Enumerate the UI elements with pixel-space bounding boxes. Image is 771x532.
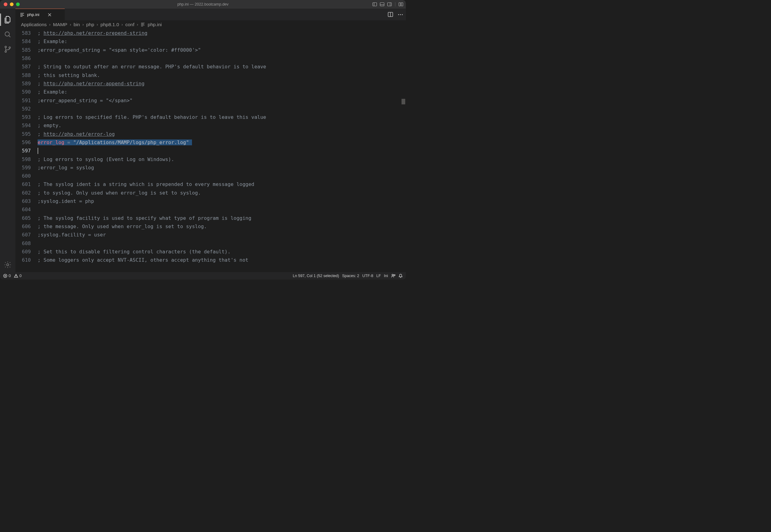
code-line[interactable]: 598; Log errors to syslog (Event Log on … — [15, 155, 406, 163]
code-line[interactable]: 600 — [15, 172, 406, 180]
title-layout-actions — [372, 2, 403, 7]
code-line[interactable]: 588; this setting blank. — [15, 71, 406, 79]
crumb-file[interactable]: php.ini — [147, 22, 162, 27]
code-line[interactable]: 589; http://php.net/error-append-string — [15, 79, 406, 88]
code-line[interactable]: 597 — [15, 147, 406, 155]
status-cursor-position[interactable]: Ln 597, Col 1 (52 selected) — [293, 274, 339, 278]
source-control-tab[interactable] — [0, 42, 15, 57]
close-window-button[interactable] — [4, 2, 7, 6]
status-warning-count: 0 — [19, 274, 22, 278]
window-controls — [4, 2, 20, 6]
code-line[interactable]: 592 — [15, 105, 406, 113]
code-content — [38, 148, 38, 154]
code-line[interactable]: 583; http://php.net/error-prepend-string — [15, 29, 406, 37]
code-line[interactable]: 607;syslog.facility = user — [15, 231, 406, 239]
customize-layout-icon[interactable] — [398, 2, 403, 7]
code-line[interactable]: 584; Example: — [15, 37, 406, 46]
crumb-bin[interactable]: bin — [74, 22, 80, 27]
line-number: 610 — [15, 257, 38, 263]
search-icon — [4, 30, 12, 38]
svg-point-31 — [392, 274, 393, 276]
line-number: 606 — [15, 224, 38, 229]
chevron-right-icon: › — [49, 22, 50, 27]
crumb-php[interactable]: php — [86, 22, 94, 27]
line-number: 605 — [15, 215, 38, 221]
files-icon — [4, 16, 12, 24]
toggle-panel-icon[interactable] — [380, 2, 385, 7]
breadcrumbs[interactable]: Applications› MAMP› bin› php› php8.1.0› … — [15, 20, 406, 29]
code-line[interactable]: 608 — [15, 239, 406, 247]
minimap-viewport[interactable] — [402, 99, 405, 104]
svg-point-13 — [7, 264, 9, 266]
editor-group: php.ini Applications› MAMP› bin› php› ph… — [15, 9, 406, 272]
line-number: 591 — [15, 98, 38, 103]
code-content: ; http://php.net/error-prepend-string — [38, 30, 147, 36]
branch-icon — [4, 45, 12, 53]
window-title: php.ini — 2022.bootcamp.dev — [177, 2, 228, 6]
editor-text-area[interactable]: 583; http://php.net/error-prepend-string… — [15, 29, 406, 272]
crumb-php810[interactable]: php8.1.0 — [100, 22, 119, 27]
code-line[interactable]: 591;error_append_string = "</span>" — [15, 96, 406, 104]
search-tab[interactable] — [0, 27, 15, 42]
line-number: 583 — [15, 30, 38, 36]
code-content: error_log = "/Applications/MAMP/logs/php… — [38, 139, 192, 145]
editor-tab-phpini[interactable]: php.ini — [15, 9, 65, 20]
settings-tab[interactable] — [0, 257, 15, 272]
code-content: ; http://php.net/error-append-string — [38, 81, 144, 87]
line-number: 608 — [15, 240, 38, 246]
line-number: 607 — [15, 232, 38, 238]
svg-point-11 — [5, 51, 6, 52]
minimap[interactable] — [401, 29, 406, 272]
code-line[interactable]: 594; empty. — [15, 121, 406, 130]
status-errors[interactable]: 0 — [3, 274, 11, 278]
status-eol[interactable]: LF — [376, 274, 381, 278]
chevron-right-icon: › — [137, 22, 138, 27]
code-line[interactable]: 585;error_prepend_string = "<span style=… — [15, 46, 406, 54]
status-indent[interactable]: Spaces: 2 — [342, 274, 359, 278]
chevron-right-icon: › — [70, 22, 71, 27]
line-number: 595 — [15, 131, 38, 137]
split-editor-icon[interactable] — [388, 12, 393, 17]
code-line[interactable]: 606; the message. Only used when error_l… — [15, 222, 406, 231]
code-line[interactable]: 590; Example: — [15, 88, 406, 96]
code-line[interactable]: 605; The syslog facility is used to spec… — [15, 214, 406, 222]
crumb-conf[interactable]: conf — [125, 22, 134, 27]
code-line[interactable]: 595; http://php.net/error-log — [15, 130, 406, 138]
minimize-window-button[interactable] — [10, 2, 14, 6]
code-line[interactable]: 587; String to output after an error mes… — [15, 62, 406, 71]
code-line[interactable]: 593; Log errors to specified file. PHP's… — [15, 113, 406, 121]
tabs-row: php.ini — [15, 9, 406, 20]
toggle-secondary-sidebar-icon[interactable] — [387, 2, 392, 7]
more-actions-button[interactable] — [398, 14, 403, 15]
code-line[interactable]: 604 — [15, 205, 406, 214]
code-line[interactable]: 610; Some loggers only accept NVT-ASCII,… — [15, 256, 406, 264]
line-number: 592 — [15, 106, 38, 112]
status-notifications[interactable] — [398, 274, 403, 278]
code-line[interactable]: 599;error_log = syslog — [15, 163, 406, 172]
maximize-window-button[interactable] — [16, 2, 20, 6]
line-number: 596 — [15, 139, 38, 145]
code-line[interactable]: 602; to syslog. Only used when error_log… — [15, 189, 406, 197]
close-icon[interactable] — [47, 13, 52, 17]
code-line[interactable]: 603;syslog.ident = php — [15, 197, 406, 205]
code-content: ; Example: — [38, 89, 67, 95]
code-line[interactable]: 586 — [15, 54, 406, 62]
code-line[interactable]: 601; The syslog ident is a string which … — [15, 180, 406, 188]
status-feedback[interactable] — [391, 274, 395, 278]
line-number: 609 — [15, 249, 38, 255]
status-encoding[interactable]: UTF-8 — [362, 274, 373, 278]
crumb-mamp[interactable]: MAMP — [53, 22, 67, 27]
code-line[interactable]: 596error_log = "/Applications/MAMP/logs/… — [15, 138, 406, 147]
toggle-primary-sidebar-icon[interactable] — [372, 2, 377, 7]
code-content: ; Some loggers only accept NVT-ASCII, ot… — [38, 257, 248, 263]
crumb-applications[interactable]: Applications — [21, 22, 47, 27]
text-cursor — [38, 148, 38, 154]
line-number: 589 — [15, 81, 38, 87]
code-content: ; Example: — [38, 38, 67, 44]
explorer-tab[interactable] — [0, 12, 15, 27]
code-content: ;syslog.facility = user — [38, 232, 106, 238]
code-line[interactable]: 609; Set this to disable filtering contr… — [15, 248, 406, 256]
line-number: 584 — [15, 38, 38, 44]
status-language-mode[interactable]: Ini — [384, 274, 388, 278]
status-warnings[interactable]: 0 — [14, 274, 22, 278]
